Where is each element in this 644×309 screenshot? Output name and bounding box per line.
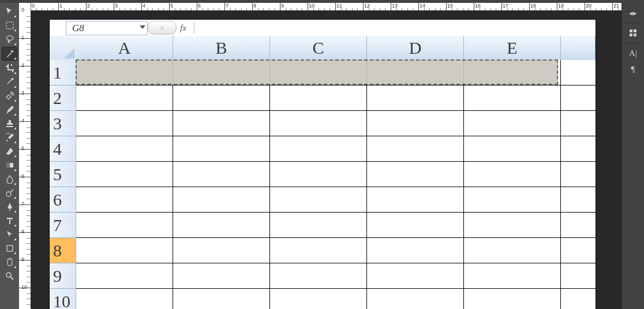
row-header-6[interactable]: 6 (50, 187, 76, 213)
path-select-tool[interactable] (2, 228, 17, 241)
cell[interactable] (173, 85, 270, 110)
eraser-tool[interactable] (2, 145, 17, 158)
expand-panels-icon[interactable]: ◂▸ (626, 6, 641, 19)
cell[interactable] (173, 136, 270, 161)
cell[interactable] (464, 238, 561, 263)
row-header-2[interactable]: 2 (50, 85, 76, 111)
cell[interactable] (270, 162, 367, 187)
cell[interactable] (270, 85, 367, 110)
cell[interactable] (173, 289, 270, 309)
cell[interactable] (173, 111, 270, 136)
cell[interactable] (561, 263, 596, 288)
cell[interactable] (561, 136, 596, 161)
cell[interactable] (76, 187, 173, 212)
document[interactable]: G8 ○ fx ABCDE 12345678910 (50, 20, 596, 309)
cell[interactable] (367, 187, 464, 212)
row-header-10[interactable]: 10 (50, 289, 76, 309)
lasso-tool[interactable] (2, 33, 17, 46)
select-all-cells[interactable] (50, 36, 77, 61)
canvas-area[interactable]: G8 ○ fx ABCDE 12345678910 (31, 10, 622, 309)
cell[interactable] (561, 60, 596, 85)
marquee-tool[interactable] (2, 19, 17, 32)
cell[interactable] (367, 111, 464, 136)
blur-tool[interactable] (2, 173, 17, 185)
heal-tool[interactable] (2, 90, 17, 102)
shape-tool[interactable] (2, 242, 17, 255)
cell[interactable] (367, 162, 464, 187)
dodge-tool[interactable] (2, 187, 17, 199)
cell[interactable] (367, 289, 464, 309)
move-tool[interactable] (2, 5, 17, 18)
cell[interactable] (464, 85, 561, 110)
cell[interactable] (270, 263, 367, 288)
col-header-C[interactable]: C (270, 36, 367, 61)
row-header-5[interactable]: 5 (50, 162, 76, 187)
cells-area[interactable] (76, 60, 596, 309)
cell[interactable] (561, 162, 596, 187)
wand-tool[interactable] (2, 47, 17, 61)
vertical-ruler[interactable]: 012345678910 (19, 10, 31, 309)
gradient-tool[interactable] (2, 159, 17, 172)
col-header-D[interactable]: D (367, 36, 464, 61)
row-header-7[interactable]: 7 (50, 213, 76, 238)
history-brush-tool[interactable] (2, 131, 17, 144)
row-header-8[interactable]: 8 (50, 238, 76, 263)
cell[interactable] (367, 238, 464, 263)
cell[interactable] (76, 289, 173, 309)
cell[interactable] (561, 213, 596, 237)
cell[interactable] (270, 136, 367, 161)
hand-tool[interactable] (2, 256, 17, 269)
cell[interactable] (464, 162, 561, 187)
cell[interactable] (561, 111, 596, 136)
cell[interactable] (561, 187, 596, 212)
cell[interactable] (173, 213, 270, 237)
cell[interactable] (270, 187, 367, 212)
cell[interactable] (76, 111, 173, 136)
cell[interactable] (367, 85, 464, 110)
crop-tool[interactable] (2, 62, 17, 75)
cell[interactable] (270, 238, 367, 263)
row-header-3[interactable]: 3 (50, 111, 76, 136)
cell[interactable] (270, 289, 367, 309)
cell[interactable] (367, 136, 464, 161)
col-header-A[interactable]: A (76, 36, 173, 61)
cell[interactable] (76, 136, 173, 161)
cell[interactable] (464, 213, 561, 237)
horizontal-ruler[interactable]: 0123456789101112131415161718192021 (19, 3, 622, 11)
pen-tool[interactable] (2, 200, 17, 213)
cell[interactable] (367, 213, 464, 237)
name-box[interactable]: G8 (66, 21, 148, 35)
cancel-button[interactable]: ○ (148, 21, 177, 35)
cell[interactable] (173, 263, 270, 288)
cell[interactable] (367, 263, 464, 288)
cell[interactable] (76, 263, 173, 288)
cell[interactable] (76, 213, 173, 237)
properties-icon[interactable] (626, 27, 641, 39)
cell[interactable] (173, 162, 270, 187)
eyedropper-tool[interactable] (2, 76, 17, 88)
cell[interactable] (270, 111, 367, 136)
cell[interactable] (464, 263, 561, 288)
brush-tool[interactable] (2, 103, 17, 116)
paragraph-icon[interactable]: ¶ (626, 63, 641, 76)
cell[interactable] (561, 238, 596, 263)
cell[interactable] (561, 85, 596, 110)
cell[interactable] (464, 111, 561, 136)
name-box-dropdown-icon[interactable] (140, 25, 145, 29)
row-header-4[interactable]: 4 (50, 136, 76, 162)
cell[interactable] (464, 136, 561, 161)
cell[interactable] (76, 238, 173, 263)
cell[interactable] (270, 213, 367, 237)
col-header-E[interactable]: E (464, 36, 561, 61)
cell[interactable] (561, 289, 596, 309)
cell[interactable] (76, 162, 173, 187)
formula-input[interactable] (194, 22, 593, 33)
character-icon[interactable]: A| (626, 47, 641, 59)
fx-label[interactable]: fx (180, 23, 192, 33)
cell[interactable] (173, 238, 270, 263)
cell[interactable] (464, 289, 561, 309)
row-header-1[interactable]: 1 (50, 60, 76, 85)
type-tool[interactable] (2, 214, 17, 227)
cell[interactable] (464, 187, 561, 212)
col-header-B[interactable]: B (173, 36, 270, 61)
